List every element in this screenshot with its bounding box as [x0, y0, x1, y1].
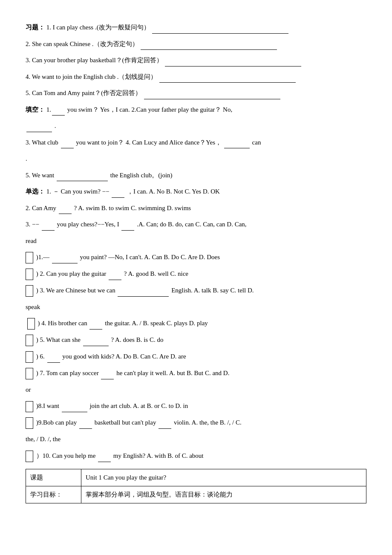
choice-box-8 [26, 401, 33, 413]
xiti-item-2-line: 2. She can speak Chinese .（改为否定句） [26, 38, 366, 50]
choice-box-3 [26, 285, 33, 297]
xiti-section: 习题： 1. I can play chess .(改为一般疑问句） 2. Sh… [26, 21, 366, 99]
xiti-item-5-line: 5. Can Tom and Amy paint？(作否定回答） [26, 87, 366, 99]
blank-mc1 [52, 263, 78, 263]
blank-1-2 [26, 132, 52, 132]
blank-mc10 [98, 462, 111, 462]
choice-box-5 [26, 335, 33, 346]
danxuan-title: 单选： [26, 188, 45, 195]
choice-box-2 [26, 269, 33, 280]
danxuan-item-mc9: )9.Bob can play basketball but can't pla… [26, 416, 366, 429]
blank-mc3 [118, 296, 169, 297]
tianke-line-5: 5. We want the English club。(join) [26, 169, 366, 182]
blank-5-1 [57, 181, 108, 181]
answer-blank-2 [141, 49, 277, 50]
blank-mc5 [83, 346, 109, 346]
danxuan-item-mc1: )1.— you paint? —No, I can't. A. Can B. … [26, 251, 366, 263]
summary-table: 课题 Unit 1 Can you play the guitar? 学习目标：… [26, 469, 366, 503]
choice-box-9 [26, 417, 33, 429]
danxuan-item-mc9-cont: the, / D. /, the [26, 433, 366, 445]
danxuan-item-mc4: ) 4. His brother can the guitar. A. / B.… [26, 317, 366, 330]
table-cell-label-1: 课题 [26, 469, 81, 486]
table-row-2: 学习目标： 掌握本部分单词，词组及句型。语言目标：谈论能力 [26, 486, 366, 503]
choice-box-6 [26, 351, 33, 363]
danxuan-item-3: 3. −− you play chess?−−Yes, I .A. Can; d… [26, 218, 366, 231]
danxuan-item-mc10: ）10. Can you help me my English? A. with… [26, 450, 366, 462]
danxuan-item-mc7-cont: or [26, 384, 366, 396]
blank-d3-2 [121, 230, 134, 231]
blank-mc6 [47, 362, 60, 363]
choice-box-10 [26, 451, 33, 462]
danxuan-item-3-cont: read [26, 235, 366, 247]
blank-d1 [112, 197, 124, 198]
tianke-line-1: 填空： 1. you swim？ Yes，I can. 2.Can your f… [26, 104, 366, 116]
choice-box-7 [26, 368, 33, 379]
danxuan-item-mc7: ) 7. Tom can play soccer he can't play i… [26, 367, 366, 379]
tianke-title: 填空： [26, 106, 45, 113]
xiti-item-4-line: 4. We want to join the English club .（划线… [26, 71, 366, 83]
blank-d3-1 [42, 230, 55, 231]
answer-blank-3 [165, 66, 301, 66]
danxuan-item-mc2: ) 2. Can you play the guitar ? A. good B… [26, 268, 366, 280]
danxuan-item-mc5: ) 5. What can she ? A. does B. is C. do [26, 334, 366, 346]
choice-box-4 [27, 318, 35, 330]
blank-mc7 [101, 379, 114, 379]
tianke-section: 填空： 1. you swim？ Yes，I can. 2.Can your f… [26, 104, 366, 182]
blank-1-1 [52, 115, 65, 116]
xiti-item-3-line: 3. Can your brother play basketball？(作肯定… [26, 54, 366, 66]
blank-mc9-1 [79, 428, 92, 429]
tianke-line-2: . [26, 120, 366, 132]
danxuan-section: 单选： 1. － Can you swim? −− ，I can. A. No … [26, 185, 366, 462]
answer-blank-4 [159, 82, 296, 83]
danxuan-item-mc3-cont: speak [26, 301, 366, 313]
table-cell-label-2: 学习目标： [26, 486, 81, 503]
danxuan-intro: 单选： 1. － Can you swim? −− ，I can. A. No … [26, 185, 366, 198]
table-row-1: 课题 Unit 1 Can you play the guitar? [26, 469, 366, 486]
tianke-line-4: . [26, 153, 366, 165]
table-cell-value-1: Unit 1 Can you play the guitar? [81, 469, 366, 486]
blank-mc2 [109, 280, 121, 280]
blank-mc4 [89, 329, 102, 330]
danxuan-item-mc6: ) 6. you good with kids? A. Do B. Can C.… [26, 350, 366, 363]
blank-3-2 [224, 148, 250, 148]
xiti-title: 习题： [26, 24, 45, 31]
danxuan-item-mc8: )8.I want join the art club. A. at B. or… [26, 400, 366, 412]
danxuan-item-mc3: ) 3. We are Chinese but we can English. … [26, 284, 366, 297]
answer-blank-1 [152, 33, 288, 34]
answer-blank-5 [144, 99, 280, 99]
xiti-item-1: 1. I can play chess .(改为一般疑问句） [46, 24, 150, 31]
danxuan-item-2: 2. Can Amy ? A. swim B. to swim C. swimm… [26, 202, 366, 214]
choice-box-1 [26, 252, 33, 263]
page-content: 习题： 1. I can play chess .(改为一般疑问句） 2. Sh… [26, 21, 366, 503]
table-cell-value-2: 掌握本部分单词，词组及句型。语言目标：谈论能力 [81, 486, 366, 503]
blank-d2 [59, 214, 72, 214]
blank-3-1 [61, 148, 74, 148]
blank-mc8 [62, 412, 87, 412]
tianke-line-3: 3. What club you want to join？ 4. Can Lu… [26, 136, 366, 149]
blank-mc9-2 [159, 428, 171, 429]
xiti-intro: 习题： 1. I can play chess .(改为一般疑问句） [26, 21, 366, 34]
